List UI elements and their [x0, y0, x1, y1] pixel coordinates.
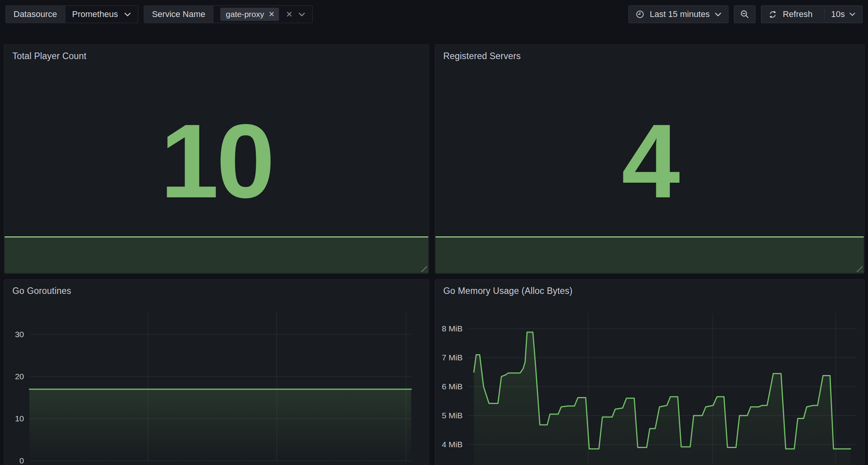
panel-go-goroutines: Go Goroutines 3020100	[4, 279, 429, 465]
stat-sparkline	[5, 236, 428, 273]
svg-text:5 MiB: 5 MiB	[442, 411, 463, 420]
zoom-out-button[interactable]	[734, 5, 756, 23]
svg-text:20: 20	[15, 372, 24, 381]
datasource-picker: Datasource Prometheus	[5, 5, 138, 23]
svg-text:10: 10	[15, 414, 24, 423]
zoom-out-icon	[740, 9, 750, 19]
clear-selection-icon[interactable]: ×	[286, 9, 292, 20]
panel-title[interactable]: Total Player Count	[4, 45, 429, 61]
svg-text:6 MiB: 6 MiB	[442, 382, 463, 391]
svg-text:4 MiB: 4 MiB	[442, 440, 463, 449]
stat-sparkline	[436, 236, 864, 273]
datasource-value: Prometheus	[72, 9, 118, 19]
chevron-down-icon	[298, 12, 305, 17]
svg-text:0: 0	[19, 456, 24, 465]
refresh-icon	[768, 10, 778, 19]
service-name-filter: Service Name gate-proxy × ×	[144, 5, 313, 23]
stat-value: 10	[4, 87, 429, 235]
refresh-interval-value: 10s	[831, 9, 845, 19]
chevron-down-icon	[715, 12, 722, 17]
dashboard-toolbar: Datasource Prometheus Service Name gate-…	[5, 5, 863, 23]
time-range-label: Last 15 minutes	[650, 9, 710, 19]
svg-text:30: 30	[15, 330, 24, 339]
datasource-select[interactable]: Prometheus	[65, 6, 138, 23]
panel-go-memory: Go Memory Usage (Alloc Bytes) 8 MiB7 MiB…	[435, 279, 865, 465]
refresh-button-group: Refresh 10s	[761, 5, 863, 23]
stat-value: 4	[435, 87, 864, 235]
refresh-interval-select[interactable]: 10s	[824, 9, 862, 19]
goroutines-chart[interactable]: 3020100	[4, 280, 429, 465]
panel-registered-servers: Registered Servers 4	[435, 44, 865, 274]
panel-total-player-count: Total Player Count 10	[4, 44, 429, 274]
chevron-down-icon	[849, 12, 856, 16]
refresh-label: Refresh	[783, 9, 812, 19]
datasource-label: Datasource	[6, 6, 65, 23]
panel-title[interactable]: Registered Servers	[435, 45, 864, 61]
time-range-picker[interactable]: Last 15 minutes	[628, 5, 728, 23]
svg-text:7 MiB: 7 MiB	[442, 353, 463, 362]
remove-tag-icon[interactable]: ×	[269, 9, 275, 19]
service-name-label: Service Name	[144, 6, 213, 23]
svg-text:8 MiB: 8 MiB	[442, 324, 463, 333]
memory-chart[interactable]: 8 MiB7 MiB6 MiB5 MiB4 MiB	[435, 280, 864, 465]
service-name-select[interactable]: gate-proxy × ×	[213, 6, 312, 23]
clock-icon	[635, 10, 645, 19]
service-name-tag[interactable]: gate-proxy ×	[220, 8, 279, 21]
toolbar-spacer	[318, 5, 623, 23]
service-name-tag-text: gate-proxy	[226, 10, 264, 19]
chevron-down-icon	[124, 12, 131, 17]
refresh-button[interactable]: Refresh	[761, 9, 819, 19]
